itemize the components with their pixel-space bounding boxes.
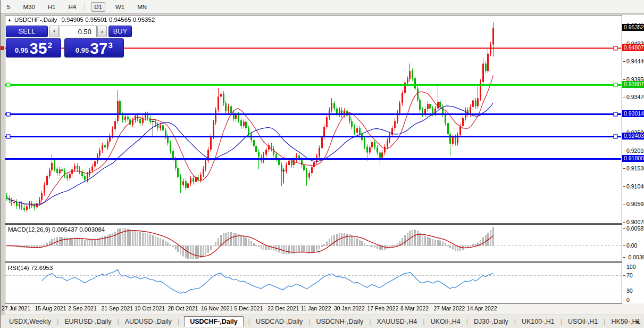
time-axis-label: 23 Dec 2021 — [267, 305, 299, 311]
sell-price-big: 35 — [29, 40, 47, 56]
toolbar-separator — [85, 3, 85, 11]
timeframe-W1[interactable]: W1 — [113, 2, 127, 12]
buy-price-pip: 3 — [108, 40, 113, 50]
tab-separator: | — [117, 318, 119, 325]
chart-title: ▲USDCHF-,Daily0.94905 0.95501 0.94565 0.… — [7, 17, 155, 23]
price-tick-label: 0.91530 — [623, 165, 644, 171]
rsi-axis-label: 30 — [623, 288, 633, 294]
buy-price-prefix: 0.95 — [76, 46, 89, 54]
tab-separator: | — [561, 318, 562, 325]
sell-price-pip: 2 — [48, 40, 52, 50]
price-tick-label: 0.91040 — [623, 183, 644, 190]
chart-tab-eurusd-daily[interactable]: EURUSD-,Daily — [63, 316, 112, 327]
time-axis-label: 21 Sep 2021 — [102, 305, 133, 311]
chart-tab-dj30-daily[interactable]: DJ30-,Daily — [473, 316, 509, 327]
buy-quote-panel[interactable]: 0.95 37 3 — [64, 38, 124, 58]
price-level-badge: 0.92403 — [622, 133, 644, 140]
tab-separator: | — [514, 318, 516, 325]
chart-tab-bar: USDX,Weekly|EURUSD-,Daily|AUDUSD-,Daily|… — [1, 315, 644, 328]
chart-tab-usdx-weekly[interactable]: USDX,Weekly — [8, 316, 52, 327]
chart-tab-usoil-h1[interactable]: USOil-,H1 — [567, 316, 599, 327]
one-click-trade-panel: SELL ▾ ▴ BUY 0.95 35 2 0.95 37 3 — [6, 24, 132, 58]
volume-decrease-button[interactable]: ▾ — [49, 26, 59, 37]
time-axis-label: 15 Aug 2021 — [35, 305, 66, 311]
price-level-badge: 0.94807 — [622, 44, 644, 51]
macd-axis-label: 0.00 — [623, 242, 637, 249]
timeframe-toolbar: 5M30H1H4D1W1MN — [1, 0, 644, 14]
volume-input[interactable] — [60, 26, 97, 37]
timeframe-5[interactable]: 5 — [4, 2, 13, 12]
tab-separator: | — [308, 318, 310, 325]
price-tick-label: 0.90560 — [623, 201, 644, 207]
hline-left-handle[interactable] — [1, 46, 4, 50]
tab-separator: | — [423, 318, 424, 325]
rsi-pane-canvas[interactable] — [5, 263, 622, 304]
price-level-badge: 0.91800 — [622, 155, 644, 162]
time-axis-label: 2 Sep 2021 — [68, 305, 97, 311]
price-tick-label: 0.93470 — [623, 94, 644, 100]
buy-price-big: 37 — [90, 40, 107, 56]
rsi-axis-label: 100 — [623, 264, 636, 270]
tab-separator: | — [369, 318, 371, 325]
time-axis-label: 28 Oct 2021 — [168, 305, 198, 311]
sell-quote-panel[interactable]: 0.95 35 2 — [6, 38, 61, 58]
sell-price-prefix: 0.95 — [15, 46, 28, 54]
chart-tab-uk100-h1[interactable]: UK100-,H1 — [521, 316, 556, 327]
chart-tab-ukoil-h4[interactable]: UKOil-,H4 — [430, 316, 462, 327]
timeframe-H4[interactable]: H4 — [65, 2, 79, 12]
time-axis-label: 27 Mar 2022 — [434, 305, 465, 311]
time-axis-label: 5 Dec 2021 — [235, 305, 263, 311]
chevron-down-icon: ▾ — [53, 29, 55, 33]
time-axis-label: 14 Apr 2022 — [467, 305, 497, 311]
tabs-scroll-left-icon[interactable]: ◄ — [623, 319, 628, 324]
macd-axis-label: 0.00587 — [623, 225, 644, 232]
tab-separator: | — [248, 318, 250, 325]
sell-button[interactable]: SELL — [6, 26, 48, 37]
timeframe-H1[interactable]: H1 — [45, 2, 58, 12]
time-axis-label: 27 Jul 2021 — [2, 305, 30, 311]
price-tick-label: 0.94440 — [623, 58, 644, 64]
rsi-axis-label: 70 — [623, 272, 633, 278]
chart-tab-usdcad-daily[interactable]: USDCAD-,Daily — [255, 316, 304, 327]
time-axis-label: 16 Nov 2021 — [201, 305, 233, 311]
timeframe-M30[interactable]: M30 — [20, 2, 37, 12]
timeframe-D1[interactable]: D1 — [91, 2, 105, 12]
chart-tab-xauusd-h4[interactable]: XAUUSD-,H4 — [376, 316, 419, 327]
buy-button[interactable]: BUY — [108, 26, 132, 37]
terminal-window: 5M30H1H4D1W1MN ▲USDCHF-,Daily0.94905 0.9… — [0, 0, 644, 328]
rsi-axis-label: 0 — [623, 297, 630, 303]
tab-separator: | — [604, 318, 605, 325]
chart-tab-usdcnh-daily[interactable]: USDCNH-,Daily — [315, 316, 364, 327]
time-axis-label: 8 Mar 2022 — [400, 305, 429, 311]
chevron-up-icon: ▴ — [101, 29, 103, 33]
timeframe-MN[interactable]: MN — [135, 2, 149, 12]
chart-symbol-label: USDCHF-,Daily — [14, 17, 57, 23]
chart-ohlc-values: 0.94905 0.95501 0.94565 0.95352 — [61, 17, 155, 23]
price-tick-label: 0.92010 — [623, 147, 644, 154]
price-level-badge: 0.93807 — [622, 81, 644, 88]
tabs-scroll-right-icon[interactable]: ► — [635, 319, 640, 324]
tab-separator: | — [57, 318, 58, 325]
time-axis-label: 10 Oct 2021 — [135, 305, 165, 311]
volume-increase-button[interactable]: ▴ — [97, 26, 107, 37]
chart-tab-audusd-daily[interactable]: AUDUSD-,Daily — [124, 316, 173, 327]
current-price-badge: 0.95352 — [622, 24, 644, 31]
collapse-panel-icon[interactable]: ▲ — [7, 18, 12, 22]
time-axis-label: 17 Feb 2022 — [367, 305, 399, 311]
rsi-indicator-label: RSI(14) 72.6953 — [8, 265, 53, 271]
tab-separator: | — [178, 318, 179, 325]
macd-axis-label: -0.003659 — [623, 254, 644, 260]
macd-indicator-label: MACD(12,26,9) 0.005437 0.003084 — [8, 226, 105, 233]
chart-tab-usdchf-daily[interactable]: USDCHF-,Daily — [184, 316, 244, 327]
tab-separator: | — [466, 318, 468, 325]
price-level-badge: 0.93014 — [622, 110, 644, 117]
time-axis-label: 30 Jan 2022 — [334, 305, 365, 311]
time-axis-label: 11 Jan 2022 — [301, 305, 331, 311]
price-tick-label: 0.90070 — [623, 219, 644, 225]
